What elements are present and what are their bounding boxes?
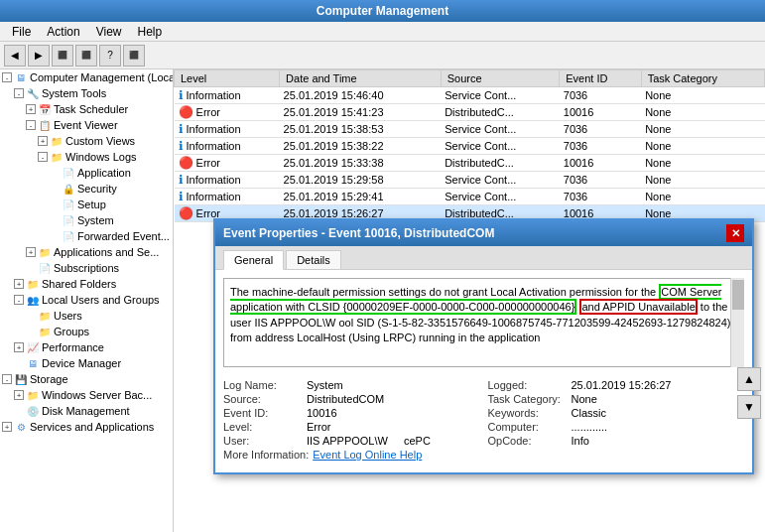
tree-item-task-scheduler[interactable]: + 📅 Task Scheduler xyxy=(0,101,173,117)
tree-item-windows-logs[interactable]: - 📁 Windows Logs xyxy=(0,149,173,165)
expand-custom-views[interactable]: + xyxy=(38,136,48,146)
menu-view[interactable]: View xyxy=(88,24,130,40)
tree-item-services-apps[interactable]: + ⚙ Services and Applications xyxy=(0,419,173,435)
expand-task-scheduler[interactable]: + xyxy=(26,104,36,114)
tree-item-local-users[interactable]: - 👥 Local Users and Groups xyxy=(0,292,173,308)
toolbar-help[interactable]: ? xyxy=(99,45,121,66)
computer-value: ............ xyxy=(572,421,608,433)
cell-datetime: 25.01.2019 15:33:38 xyxy=(280,155,442,172)
tree-item-win-server-backup[interactable]: + 📁 Windows Server Bac... xyxy=(0,387,173,403)
level-icon: ℹ xyxy=(179,88,184,102)
menu-help[interactable]: Help xyxy=(130,24,171,40)
expand-event-viewer[interactable]: - xyxy=(26,120,36,130)
detail-computer: Computer: ............ xyxy=(488,421,745,433)
message-scrollbar[interactable] xyxy=(730,278,744,367)
windows-logs-icon: 📁 xyxy=(50,150,64,164)
expand-shared-folders[interactable]: + xyxy=(14,279,24,289)
tree-item-system[interactable]: 📄 System xyxy=(0,212,173,228)
cell-eventid: 7036 xyxy=(560,87,641,104)
detail-log-name: Log Name: System xyxy=(223,379,480,391)
table-row[interactable]: ℹ Information 25.01.2019 15:38:53 Servic… xyxy=(175,121,765,138)
cell-datetime: 25.01.2019 15:38:22 xyxy=(280,138,442,155)
performance-icon: 📈 xyxy=(26,340,40,354)
expand-win-server[interactable]: + xyxy=(14,390,24,400)
detail-keywords: Keywords: Classic xyxy=(488,407,745,419)
detail-label: More Information: xyxy=(223,449,309,461)
menu-action[interactable]: Action xyxy=(39,24,87,40)
detail-opcode: OpCode: Info xyxy=(488,435,745,447)
tree-item-setup[interactable]: 📄 Setup xyxy=(0,197,173,212)
tree-item-application[interactable]: 📄 Application xyxy=(0,165,173,181)
detail-task-category: Task Category: None xyxy=(488,393,745,405)
cell-category: None xyxy=(641,104,764,121)
detail-source: Source: DistributedCOM xyxy=(223,393,480,405)
scroll-up-button[interactable]: ▲ xyxy=(737,367,761,391)
cell-source: Service Cont... xyxy=(441,87,560,104)
expand-computer-mgmt[interactable]: - xyxy=(2,72,12,82)
event-message-box[interactable]: The machine-default permission settings … xyxy=(223,278,744,367)
detail-user: User: IIS APPPOOL\W cePC xyxy=(223,435,480,447)
tree-item-shared-folders[interactable]: + 📁 Shared Folders xyxy=(0,276,173,292)
cell-category: None xyxy=(641,155,764,172)
cell-source: Service Cont... xyxy=(441,121,560,138)
expand-windows-logs[interactable]: - xyxy=(38,152,48,162)
more-info-link[interactable]: Event Log Online Help xyxy=(313,449,422,461)
toolbar-back[interactable]: ◀ xyxy=(4,45,26,66)
cell-datetime: 25.01.2019 15:29:58 xyxy=(280,172,442,189)
tree-item-subscriptions[interactable]: 📄 Subscriptions xyxy=(0,260,173,276)
table-row[interactable]: ℹ Information 25.01.2019 15:46:40 Servic… xyxy=(175,87,765,104)
tree-item-forwarded[interactable]: 📄 Forwarded Event... xyxy=(0,228,173,244)
toolbar-show-hide[interactable]: ⬛ xyxy=(75,45,97,66)
cell-source: Service Cont... xyxy=(441,189,560,205)
toolbar-up[interactable]: ⬛ xyxy=(52,45,73,66)
table-row[interactable]: ℹ Information 25.01.2019 15:38:22 Servic… xyxy=(175,138,765,155)
tree-item-system-tools[interactable]: - 🔧 System Tools xyxy=(0,85,173,101)
tree-item-custom-views[interactable]: + 📁 Custom Views xyxy=(0,133,173,149)
msg-text1: The machine-default permission settings … xyxy=(230,286,659,298)
expand-apps-services[interactable]: + xyxy=(26,247,36,257)
cell-level: 🔴 Error xyxy=(175,104,280,121)
detail-label: Level: xyxy=(223,421,303,433)
tree-item-security[interactable]: 🔒 Security xyxy=(0,181,173,197)
table-row[interactable]: ℹ Information 25.01.2019 15:29:41 Servic… xyxy=(175,189,765,205)
expand-services-apps[interactable]: + xyxy=(2,422,12,432)
tree-item-groups[interactable]: 📁 Groups xyxy=(0,324,173,339)
tree-panel: - 🖥 Computer Management (Local - 🔧 Syste… xyxy=(0,69,174,532)
log-name-value: System xyxy=(307,379,343,391)
toolbar-extra[interactable]: ⬛ xyxy=(123,45,145,66)
tree-label: Subscriptions xyxy=(54,262,119,274)
cell-level: ℹ Information xyxy=(175,87,280,104)
tab-general[interactable]: General xyxy=(223,250,284,270)
tree-item-event-viewer[interactable]: - 📋 Event Viewer xyxy=(0,117,173,133)
detail-label: Logged: xyxy=(488,379,568,391)
level-icon: ℹ xyxy=(179,173,184,187)
expand-system-tools[interactable]: - xyxy=(14,88,24,98)
tree-item-users[interactable]: 📁 Users xyxy=(0,308,173,324)
tree-item-apps-services[interactable]: + 📁 Applications and Se... xyxy=(0,244,173,260)
dialog-close-button[interactable]: ✕ xyxy=(726,224,744,242)
tree-item-device-manager[interactable]: 🖥 Device Manager xyxy=(0,355,173,371)
table-row[interactable]: ℹ Information 25.01.2019 15:29:58 Servic… xyxy=(175,172,765,189)
cell-source: Service Cont... xyxy=(441,172,560,189)
menu-file[interactable]: File xyxy=(4,24,39,40)
expand-local-users[interactable]: - xyxy=(14,295,24,305)
tab-details[interactable]: Details xyxy=(286,250,341,269)
toolbar-forward[interactable]: ▶ xyxy=(28,45,50,66)
detail-label: OpCode: xyxy=(488,435,568,447)
expand-performance[interactable]: + xyxy=(14,342,24,352)
tree-item-storage[interactable]: - 💾 Storage xyxy=(0,371,173,387)
cell-category: None xyxy=(641,121,764,138)
dialog-content: The machine-default permission settings … xyxy=(215,270,752,472)
table-row[interactable]: 🔴 Error 25.01.2019 15:41:23 DistributedC… xyxy=(175,104,765,121)
expand-storage[interactable]: - xyxy=(2,374,12,384)
table-row[interactable]: 🔴 Error 25.01.2019 15:33:38 DistributedC… xyxy=(175,155,765,172)
tree-item-disk-management[interactable]: 💿 Disk Management xyxy=(0,403,173,419)
cell-eventid: 7036 xyxy=(560,172,641,189)
cell-category: None xyxy=(641,189,764,205)
toolbar: ◀ ▶ ⬛ ⬛ ? ⬛ xyxy=(0,42,765,69)
tree-item-computer-mgmt[interactable]: - 🖥 Computer Management (Local xyxy=(0,69,173,85)
cell-eventid: 7036 xyxy=(560,138,641,155)
msg-appid-highlight: and APPID Unavailable xyxy=(579,299,697,315)
tree-item-performance[interactable]: + 📈 Performance xyxy=(0,339,173,355)
scroll-down-button[interactable]: ▼ xyxy=(737,395,761,419)
